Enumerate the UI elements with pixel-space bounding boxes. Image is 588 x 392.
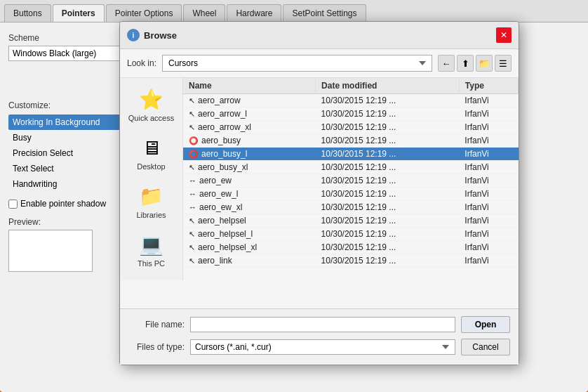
- file-name-cell: ↖aero_helpsel_xl: [183, 241, 316, 254]
- file-type-cell: IrfanVi: [459, 94, 518, 107]
- file-name-cell: ↖aero_link: [183, 254, 316, 268]
- browse-dialog: i Browse ✕ Look in: Cursors ← ⬆ 📁 ☰ ⭐ Qu…: [119, 21, 519, 365]
- nav-item-libraries[interactable]: 📁 Libraries: [123, 182, 180, 222]
- dialog-toolbar: Look in: Cursors ← ⬆ 📁 ☰: [120, 49, 519, 78]
- tab-setpoint-settings[interactable]: SetPoint Settings: [283, 4, 366, 22]
- col-name[interactable]: Name: [183, 78, 316, 94]
- table-row[interactable]: ↖aero_link 10/30/2015 12:19 ... IrfanVi: [183, 254, 519, 268]
- look-in-select[interactable]: Cursors: [162, 55, 432, 72]
- file-list-area: Name Date modified Type ↖aero_arrow 10/3…: [183, 78, 519, 280]
- tabs-bar: Buttons Pointers Pointer Options Wheel H…: [0, 0, 588, 22]
- table-row[interactable]: ↖aero_helpsel 10/30/2015 12:19 ... Irfan…: [183, 214, 519, 228]
- file-type-cell: IrfanVi: [459, 241, 518, 254]
- cancel-button[interactable]: Cancel: [461, 339, 510, 355]
- nav-panel: ⭐ Quick access 🖥 Desktop 📁 Libraries 💻 T…: [120, 78, 183, 280]
- nav-label-this-pc: This PC: [138, 259, 165, 268]
- tab-hardware[interactable]: Hardware: [227, 4, 281, 22]
- file-name-cell: ⭕aero_busy: [183, 134, 316, 148]
- table-row[interactable]: ⭕aero_busy_l 10/30/2015 12:19 ... IrfanV…: [183, 148, 519, 161]
- file-name-row: File name: Open: [128, 316, 510, 333]
- file-name-cell: ⭕aero_busy_l: [183, 148, 316, 161]
- file-name-cell: ↖aero_arrow_xl: [183, 121, 316, 134]
- dialog-footer: File name: Open Files of type: Cursors (…: [120, 308, 519, 365]
- file-date-cell: 10/30/2015 12:19 ...: [316, 134, 460, 148]
- file-type-cell: IrfanVi: [459, 254, 518, 268]
- nav-label-quick-access: Quick access: [128, 114, 174, 122]
- col-date[interactable]: Date modified: [316, 78, 460, 94]
- file-date-cell: 10/30/2015 12:19 ...: [316, 94, 460, 107]
- file-type-cell: IrfanVi: [459, 214, 518, 228]
- file-type-cell: IrfanVi: [459, 107, 518, 121]
- table-row[interactable]: ↔aero_ew_xl 10/30/2015 12:19 ... IrfanVi: [183, 201, 519, 214]
- file-type-cell: IrfanVi: [459, 148, 518, 161]
- dialog-titlebar: i Browse ✕: [120, 22, 519, 49]
- file-type-cell: IrfanVi: [459, 134, 518, 148]
- file-name-label: File name:: [128, 320, 185, 329]
- tab-buttons[interactable]: Buttons: [4, 4, 51, 22]
- col-type[interactable]: Type: [459, 78, 518, 94]
- quick-access-icon: ⭐: [139, 88, 163, 111]
- file-date-cell: 10/30/2015 12:19 ...: [316, 214, 460, 228]
- this-pc-icon: 💻: [139, 233, 163, 256]
- file-date-cell: 10/30/2015 12:19 ...: [316, 188, 460, 201]
- file-type-cell: IrfanVi: [459, 228, 518, 241]
- view-icon[interactable]: ☰: [495, 55, 512, 72]
- shadow-label: Enable pointer shadow: [20, 199, 106, 209]
- file-type-cell: IrfanVi: [459, 121, 518, 134]
- tab-pointers[interactable]: Pointers: [53, 4, 105, 22]
- file-date-cell: 10/30/2015 12:19 ...: [316, 107, 460, 121]
- back-icon[interactable]: ←: [438, 55, 455, 72]
- file-type-cell: IrfanVi: [459, 188, 518, 201]
- dialog-body: ⭐ Quick access 🖥 Desktop 📁 Libraries 💻 T…: [120, 78, 519, 280]
- new-folder-icon[interactable]: 📁: [476, 55, 493, 72]
- file-date-cell: 10/30/2015 12:19 ...: [316, 228, 460, 241]
- open-button[interactable]: Open: [461, 316, 510, 333]
- libraries-icon: 📁: [139, 185, 163, 208]
- file-name-cell: ↔aero_ew: [183, 174, 316, 188]
- file-name-cell: ↖aero_busy_xl: [183, 161, 316, 174]
- table-row[interactable]: ⭕aero_busy 10/30/2015 12:19 ... IrfanVi: [183, 134, 519, 148]
- file-name-input[interactable]: [190, 317, 455, 332]
- files-of-type-row: Files of type: Cursors (*.ani, *.cur) Ca…: [128, 339, 510, 355]
- file-name-cell: ↖aero_helpsel_l: [183, 228, 316, 241]
- file-date-cell: 10/30/2015 12:19 ...: [316, 254, 460, 268]
- toolbar-icons: ← ⬆ 📁 ☰: [438, 55, 512, 72]
- file-type-cell: IrfanVi: [459, 161, 518, 174]
- table-row[interactable]: ↖aero_arrow_xl 10/30/2015 12:19 ... Irfa…: [183, 121, 519, 134]
- table-row[interactable]: ↖aero_busy_xl 10/30/2015 12:19 ... Irfan…: [183, 161, 519, 174]
- nav-item-desktop[interactable]: 🖥 Desktop: [123, 133, 180, 174]
- preview-box: [8, 230, 93, 272]
- close-button[interactable]: ✕: [496, 27, 512, 43]
- nav-item-this-pc[interactable]: 💻 This PC: [123, 230, 180, 270]
- file-name-cell: ↖aero_arrow: [183, 94, 316, 107]
- file-date-cell: 10/30/2015 12:19 ...: [316, 161, 460, 174]
- files-of-type-label: Files of type:: [128, 342, 185, 352]
- table-row[interactable]: ↖aero_arrow 10/30/2015 12:19 ... IrfanVi: [183, 94, 519, 107]
- file-date-cell: 10/30/2015 12:19 ...: [316, 241, 460, 254]
- file-date-cell: 10/30/2015 12:19 ...: [316, 121, 460, 134]
- dialog-title: Browse: [144, 30, 177, 41]
- dialog-title-left: i Browse: [127, 29, 177, 41]
- tab-wheel[interactable]: Wheel: [183, 4, 225, 22]
- look-in-label: Look in:: [127, 58, 156, 68]
- table-row[interactable]: ↖aero_arrow_l 10/30/2015 12:19 ... Irfan…: [183, 107, 519, 121]
- up-icon[interactable]: ⬆: [457, 55, 474, 72]
- files-of-type-select[interactable]: Cursors (*.ani, *.cur): [190, 339, 455, 355]
- file-date-cell: 10/30/2015 12:19 ...: [316, 148, 460, 161]
- table-row[interactable]: ↔aero_ew 10/30/2015 12:19 ... IrfanVi: [183, 174, 519, 188]
- tab-pointer-options[interactable]: Pointer Options: [106, 4, 182, 22]
- file-name-cell: ↖aero_arrow_l: [183, 107, 316, 121]
- shadow-checkbox[interactable]: [8, 200, 18, 209]
- table-row[interactable]: ↔aero_ew_l 10/30/2015 12:19 ... IrfanVi: [183, 188, 519, 201]
- file-date-cell: 10/30/2015 12:19 ...: [316, 174, 460, 188]
- file-name-cell: ↔aero_ew_l: [183, 188, 316, 201]
- table-row[interactable]: ↖aero_helpsel_l 10/30/2015 12:19 ... Irf…: [183, 228, 519, 241]
- nav-item-network[interactable]: 🌐 Network: [123, 279, 180, 280]
- dialog-app-icon: i: [127, 29, 140, 41]
- file-table: Name Date modified Type ↖aero_arrow 10/3…: [183, 78, 519, 268]
- file-name-cell: ↔aero_ew_xl: [183, 201, 316, 214]
- nav-label-libraries: Libraries: [136, 211, 166, 219]
- file-name-cell: ↖aero_helpsel: [183, 214, 316, 228]
- nav-item-quick-access[interactable]: ⭐ Quick access: [123, 85, 180, 125]
- table-row[interactable]: ↖aero_helpsel_xl 10/30/2015 12:19 ... Ir…: [183, 241, 519, 254]
